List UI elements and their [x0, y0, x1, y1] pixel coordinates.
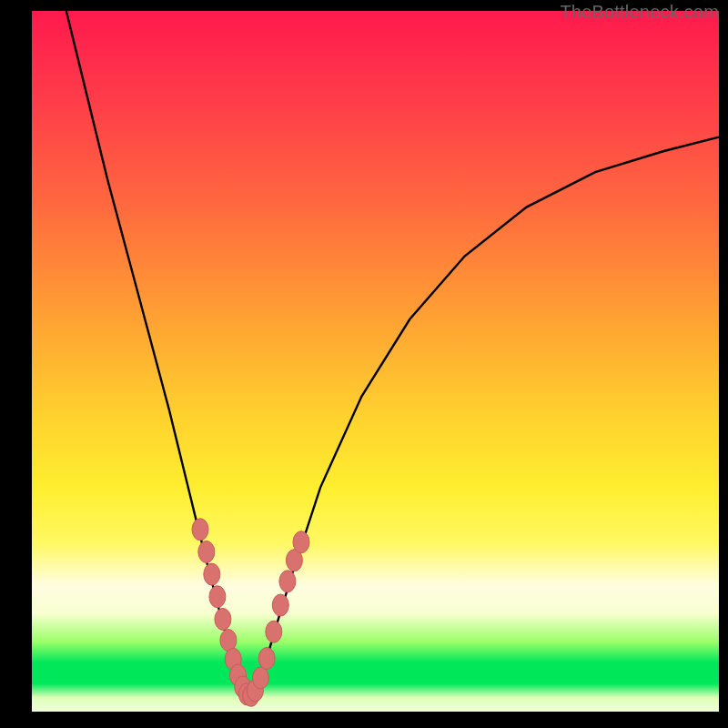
marker-point	[215, 608, 231, 630]
marker-point	[279, 571, 296, 592]
marker-point	[272, 594, 288, 616]
marker-point	[198, 541, 215, 562]
curve-layer	[32, 11, 719, 712]
marker-group	[192, 519, 309, 707]
marker-point	[204, 563, 220, 585]
marker-point	[192, 519, 208, 541]
plot-area	[32, 11, 719, 712]
marker-point	[258, 648, 275, 670]
marker-point	[266, 621, 282, 642]
marker-point	[293, 531, 309, 553]
marker-point	[209, 586, 226, 608]
marker-point	[252, 667, 268, 689]
chart-stage: TheBottleneck.com	[0, 0, 728, 728]
bottleneck-curve	[66, 11, 719, 698]
